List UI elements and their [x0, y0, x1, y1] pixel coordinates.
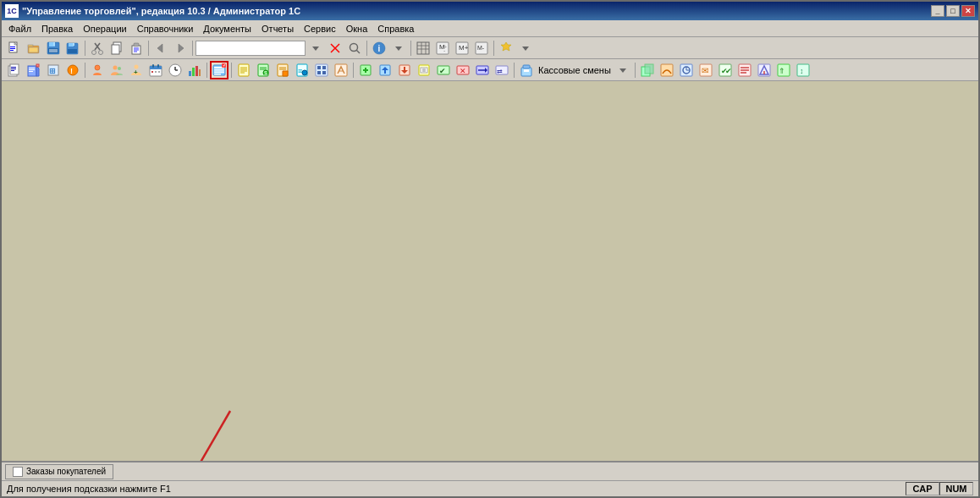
copy-button[interactable] [107, 39, 126, 57]
svg-rect-3 [10, 48, 15, 49]
cut-button[interactable] [88, 39, 107, 57]
tb2-right4[interactable]: ✉ [696, 61, 715, 79]
menu-operations[interactable]: Операции [78, 22, 131, 36]
menu-edit[interactable]: Правка [36, 22, 78, 36]
tb2-ex1[interactable] [356, 61, 375, 79]
tb2-right8[interactable]: ⇑ [774, 61, 793, 79]
tb2-right6[interactable] [735, 61, 754, 79]
tb2-right1[interactable] [638, 61, 657, 79]
settings-button[interactable] [497, 39, 515, 57]
tb2-people1[interactable] [88, 61, 107, 79]
info-button[interactable]: i [370, 39, 388, 57]
status-indicators: CAP NUM [906, 482, 973, 495]
tb2-doc3[interactable] [273, 61, 292, 79]
menu-help[interactable]: Справка [372, 22, 419, 36]
cash-register-button[interactable] [517, 61, 536, 79]
open-button[interactable] [25, 39, 43, 57]
clear-search-button[interactable] [326, 39, 344, 57]
svg-rect-85 [192, 68, 195, 76]
tb2-btn4[interactable]: ! [63, 61, 82, 79]
tb2-chart[interactable] [185, 61, 204, 79]
tb2-right5[interactable]: ✔✔ [716, 61, 735, 79]
tb2-ex2[interactable] [376, 61, 394, 79]
svg-text:✓: ✓ [223, 63, 226, 68]
svg-rect-116 [322, 71, 326, 74]
tb2-btn1[interactable] [5, 61, 24, 79]
svg-point-111 [302, 70, 307, 75]
menu-references[interactable]: Справочники [132, 22, 199, 36]
table-button[interactable] [414, 39, 432, 57]
tb2-right7[interactable] [755, 61, 774, 79]
svg-text:✔: ✔ [439, 67, 446, 75]
tb2-calendar[interactable] [146, 61, 165, 79]
settings-dropdown-button[interactable] [516, 39, 535, 57]
svg-rect-22 [112, 45, 119, 54]
new-button[interactable] [5, 39, 24, 57]
paste-button[interactable] [127, 39, 146, 57]
tb2-orders-button[interactable]: ✓ [210, 61, 228, 79]
menu-window[interactable]: Окна [341, 22, 373, 36]
calc3-button[interactable]: M- [472, 39, 491, 57]
tb2-doc5[interactable] [312, 61, 331, 79]
tb2-ex6[interactable]: ✕ [454, 61, 472, 79]
tb2-doc6[interactable] [332, 61, 350, 79]
tb2-ex3[interactable] [395, 61, 414, 79]
svg-rect-61 [29, 69, 35, 70]
search-input[interactable] [195, 41, 306, 56]
tb2-people3[interactable]: + [127, 61, 146, 79]
minimize-button[interactable]: _ [931, 5, 944, 17]
close-button[interactable]: ✕ [961, 5, 975, 17]
title-bar: 1С "Управление торговлей", редакция 10.3… [2, 2, 978, 20]
tb2-right2[interactable] [658, 61, 676, 79]
task-orders-button[interactable]: Заказы покупателей [5, 464, 113, 479]
back-button[interactable] [151, 39, 170, 57]
tb2-right9[interactable]: ↕ [794, 61, 812, 79]
separator1 [85, 41, 85, 56]
svg-rect-115 [317, 71, 321, 74]
svg-marker-52 [522, 47, 529, 51]
tb2-sep5 [514, 63, 515, 78]
tb2-doc2[interactable]: $ [254, 61, 273, 79]
menu-service[interactable]: Сервис [299, 22, 341, 36]
menu-documents[interactable]: Документы [198, 22, 256, 36]
svg-marker-37 [395, 47, 402, 51]
tb2-people2[interactable] [107, 61, 126, 79]
search-dropdown-btn[interactable] [306, 39, 325, 57]
tb2-clock[interactable] [166, 61, 184, 79]
svg-point-162 [763, 73, 765, 74]
menu-reports[interactable]: Отчеты [256, 22, 299, 36]
calc-button[interactable]: M+- [433, 39, 452, 57]
restore-button[interactable]: □ [946, 5, 960, 17]
tb2-btn2[interactable] [25, 61, 43, 79]
tb2-ex4[interactable] [415, 61, 433, 79]
forward-button[interactable] [171, 39, 190, 57]
svg-rect-80 [158, 71, 160, 73]
arrow-annotation [2, 81, 978, 461]
info-dropdown-button[interactable] [389, 39, 408, 57]
calc2-button[interactable]: M+ [453, 39, 471, 57]
tb2-btn3[interactable]: ⊞ [44, 61, 63, 79]
svg-text:+: + [134, 68, 138, 76]
tb2-ex8[interactable]: ⇄ [493, 61, 511, 79]
cash-register-dropdown[interactable] [614, 61, 632, 79]
tb2-doc1[interactable] [234, 61, 253, 79]
save-button[interactable] [44, 39, 63, 57]
find-button[interactable] [345, 39, 364, 57]
tb2-ex7[interactable] [473, 61, 492, 79]
menu-file[interactable]: Файл [3, 22, 36, 36]
svg-text:i: i [378, 44, 381, 53]
svg-rect-12 [49, 49, 58, 52]
app-icon: 1С [5, 4, 19, 18]
tb2-ex5[interactable]: ✔ [434, 61, 453, 79]
tb2-sep2 [206, 63, 207, 78]
tb2-sep6 [635, 63, 636, 78]
title-buttons: _ □ ✕ [931, 5, 975, 17]
svg-rect-79 [155, 71, 157, 73]
svg-text:↕: ↕ [800, 67, 804, 75]
tb2-right3[interactable] [677, 61, 696, 79]
save-all-button[interactable] [63, 39, 82, 57]
cap-indicator: CAP [906, 482, 939, 495]
svg-text:✉: ✉ [702, 66, 708, 75]
tb2-doc4[interactable]: ≡ [293, 61, 311, 79]
separator6 [493, 41, 494, 56]
